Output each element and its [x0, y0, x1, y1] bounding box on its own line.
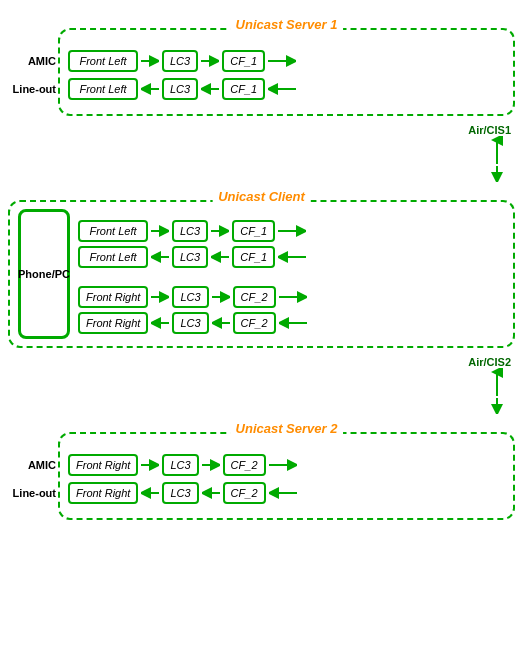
- c-arrow2: [211, 225, 229, 237]
- client-row2-signal2: CF_1: [232, 246, 275, 268]
- c-arrow10: [151, 317, 169, 329]
- client-title: Unicast Client: [212, 189, 311, 204]
- s2-arrow2: [202, 459, 220, 471]
- s2-arrow1: [141, 459, 159, 471]
- c-arrow1: [151, 225, 169, 237]
- c-arrow4: [151, 251, 169, 263]
- air-cis2-label: Air/CIS2: [468, 356, 511, 368]
- client-row1-block: LC3: [172, 220, 208, 242]
- server1-box: Unicast Server 1 AMIC Front Left LC3 CF_…: [58, 28, 515, 116]
- server2-box: Unicast Server 2 AMIC Front Right LC3 CF…: [58, 432, 515, 520]
- c-arrow9: [279, 291, 307, 303]
- client-row3-signal2: CF_2: [233, 286, 276, 308]
- v-arrow-down-cis1: [489, 166, 505, 182]
- arrow3: [268, 55, 296, 67]
- arrow2: [201, 55, 219, 67]
- server1-row2-label: Line-out: [8, 83, 56, 95]
- c-arrow5: [211, 251, 229, 263]
- c-arrow3: [278, 225, 306, 237]
- server1-row1-label: AMIC: [8, 55, 56, 67]
- air-cis1-label: Air/CIS1: [468, 124, 511, 136]
- client-box: Unicast Client Phone/PC Front Left LC3 C…: [8, 200, 515, 348]
- arrow-left3: [268, 83, 296, 95]
- client-row4-signal2: CF_2: [233, 312, 276, 334]
- s2-arrow6: [269, 487, 297, 499]
- air-cis2-section: Air/CIS2: [0, 356, 523, 414]
- server1-row2-signal1: Front Left: [68, 78, 138, 100]
- server2-row2-label: Line-out: [8, 487, 56, 499]
- client-row2-signal1: Front Left: [78, 246, 148, 268]
- server2-row2-block: LC3: [162, 482, 198, 504]
- diagram: Unicast Server 1 AMIC Front Left LC3 CF_…: [0, 0, 523, 538]
- s2-arrow4: [141, 487, 159, 499]
- server2-row2-signal2: CF_2: [223, 482, 266, 504]
- client-row1-signal2: CF_1: [232, 220, 275, 242]
- v-arrow-up: [489, 136, 505, 166]
- client-row4-block: LC3: [172, 312, 208, 334]
- server1-row2-signal2: CF_1: [222, 78, 265, 100]
- server1-row1-signal1: Front Left: [68, 50, 138, 72]
- client-row2-block: LC3: [172, 246, 208, 268]
- v-arrow-down-cis2b: [489, 398, 505, 414]
- phone-pc-label: Phone/PC: [18, 268, 70, 280]
- s2-arrow5: [202, 487, 220, 499]
- client-row3-signal1: Front Right: [78, 286, 148, 308]
- server1-row1-block: LC3: [162, 50, 198, 72]
- c-arrow7: [151, 291, 169, 303]
- arrow-left1: [141, 83, 159, 95]
- client-row3-block: LC3: [172, 286, 208, 308]
- arrow-left2: [201, 83, 219, 95]
- c-arrow6: [278, 251, 306, 263]
- server2-title: Unicast Server 2: [230, 421, 344, 436]
- v-arrow-cis2: [489, 368, 505, 398]
- c-arrow11: [212, 317, 230, 329]
- c-arrow8: [212, 291, 230, 303]
- server2-row1-signal1: Front Right: [68, 454, 138, 476]
- server2-row1-block: LC3: [162, 454, 198, 476]
- client-row1-signal1: Front Left: [78, 220, 148, 242]
- server1-title: Unicast Server 1: [230, 17, 344, 32]
- server2-row2-signal1: Front Right: [68, 482, 138, 504]
- s2-arrow3: [269, 459, 297, 471]
- server1-row1-signal2: CF_1: [222, 50, 265, 72]
- c-arrow12: [279, 317, 307, 329]
- server1-row2-block: LC3: [162, 78, 198, 100]
- server2-row1-signal2: CF_2: [223, 454, 266, 476]
- air-cis1-section: Air/CIS1: [0, 124, 523, 182]
- arrow1: [141, 55, 159, 67]
- phone-pc-box: Phone/PC: [18, 209, 70, 339]
- client-row4-signal1: Front Right: [78, 312, 148, 334]
- server2-row1-label: AMIC: [8, 459, 56, 471]
